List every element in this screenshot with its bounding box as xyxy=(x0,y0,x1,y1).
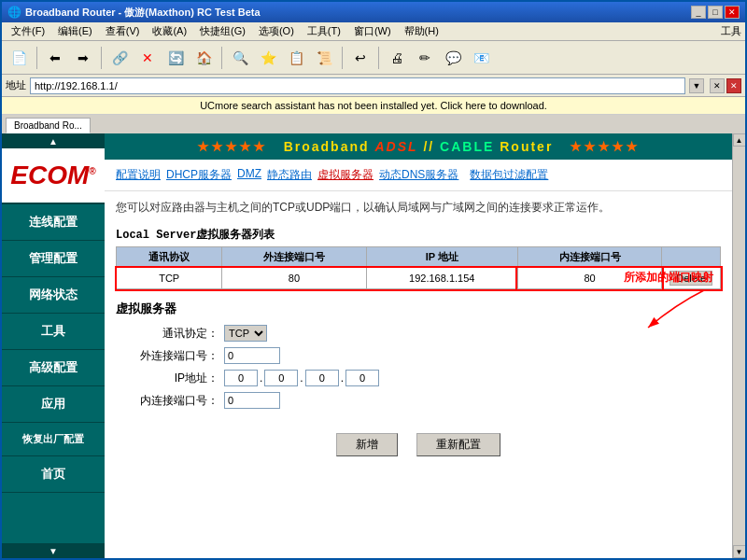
toolbar-back2[interactable]: ↩ xyxy=(347,45,374,71)
toolbar-history[interactable]: 📜 xyxy=(311,45,337,71)
toolbar-media[interactable]: 📋 xyxy=(283,45,309,71)
inner-port-label: 内连接端口号： xyxy=(116,393,218,409)
menu-file[interactable]: 文件(F) xyxy=(6,23,50,39)
header-brand-router: Router xyxy=(500,139,558,154)
breadcrumb-config[interactable]: 配置说明 xyxy=(116,167,161,183)
outer-port-label: 外连接端口号： xyxy=(116,348,218,364)
sidebar-item-advanced[interactable]: 高级配置 xyxy=(2,350,105,386)
sidebar-scroll-up[interactable]: ▲ xyxy=(2,133,105,148)
breadcrumb-dmz[interactable]: DMZ xyxy=(237,167,261,183)
right-scrollbar[interactable]: ▲ ▼ xyxy=(732,133,745,558)
tab-bar: Broadband Ro... xyxy=(2,115,745,133)
address-x-button[interactable]: ✕ xyxy=(710,78,725,93)
title-bar: 🌐 Broadband Router - 傲游(Maxthon) RC Test… xyxy=(2,2,745,22)
minimize-button[interactable]: _ xyxy=(691,6,706,19)
main-content: ★★★★★ Broadband ADSL // CABLE Router ★★★… xyxy=(105,133,732,558)
ip-octet-2[interactable] xyxy=(264,370,298,386)
toolbar-separator-1 xyxy=(36,47,37,69)
toolbar-print[interactable]: 🖨 xyxy=(384,45,410,71)
toolbar-new[interactable]: 📄 xyxy=(6,45,32,71)
scroll-down-button[interactable]: ▼ xyxy=(733,545,746,558)
cell-outer-port: 80 xyxy=(222,268,366,289)
address-go-icon[interactable]: ▼ xyxy=(689,78,704,93)
server-table-section: Local Server虚拟服务器列表 通讯协议 外连接端口号 IP 地址 内连… xyxy=(105,223,732,293)
ip-dot-1: . xyxy=(260,371,262,385)
toolbar-mail[interactable]: 📧 xyxy=(468,45,494,71)
toolbar-home[interactable]: 🏠 xyxy=(190,45,217,71)
menu-help[interactable]: 帮助(H) xyxy=(399,23,444,39)
menu-favorites[interactable]: 收藏(A) xyxy=(147,23,192,39)
toolbar-search[interactable]: 🔍 xyxy=(227,45,253,71)
maximize-button[interactable]: □ xyxy=(708,6,723,19)
breadcrumb-dhcp[interactable]: DHCP服务器 xyxy=(166,167,232,183)
menu-window[interactable]: 窗口(W) xyxy=(348,23,397,39)
toolbar-discuss[interactable]: 💬 xyxy=(440,45,466,71)
info-bar-text: UCmore search assistant has not been ins… xyxy=(200,100,547,111)
sidebar-scroll-down[interactable]: ▼ xyxy=(2,543,105,558)
breadcrumb-filter[interactable]: 数据包过滤配置 xyxy=(470,167,548,183)
page-header: ★★★★★ Broadband ADSL // CABLE Router ★★★… xyxy=(105,133,732,160)
info-bar[interactable]: UCmore search assistant has not been ins… xyxy=(2,97,745,115)
ip-octet-3[interactable] xyxy=(305,370,339,386)
menu-view[interactable]: 查看(V) xyxy=(100,23,146,39)
breadcrumb-virtual[interactable]: 虚拟服务器 xyxy=(317,167,374,183)
add-button[interactable]: 新增 xyxy=(336,433,398,456)
brand-logo: ECOM® xyxy=(10,161,95,190)
outer-port-input[interactable] xyxy=(224,347,280,364)
scroll-up-button[interactable]: ▲ xyxy=(733,133,746,147)
sidebar-item-restore[interactable]: 恢复出厂配置 xyxy=(2,423,105,456)
description-text: 您可以对应路由器与主机之间的TCP或UDP端口，以确认局域网与广域网之间的连接要… xyxy=(105,191,732,223)
form-row-ip: IP地址： . . . xyxy=(116,370,721,386)
form-row-outer-port: 外连接端口号： xyxy=(116,347,721,364)
header-brand-cable: CABLE xyxy=(440,139,494,154)
toolbar-navigate[interactable]: 🔗 xyxy=(106,45,133,71)
tab-label: Broadband Ro... xyxy=(14,120,82,131)
browser-window: 🌐 Broadband Router - 傲游(Maxthon) RC Test… xyxy=(0,0,747,560)
menu-options[interactable]: 选项(O) xyxy=(253,23,300,39)
breadcrumb-ddns[interactable]: 动态DNS服务器 xyxy=(379,167,458,183)
col-action xyxy=(662,247,721,268)
col-ip: IP 地址 xyxy=(366,247,517,268)
header-brand-slash: // xyxy=(423,139,440,154)
breadcrumb: 配置说明 DHCP服务器 DMZ 静态路由 虚拟服务器 动态DNS服务器 数据包… xyxy=(105,160,732,191)
address-bar: 地址 ▼ ✕ ✕ xyxy=(2,75,745,97)
header-brand-broadband: Broadband xyxy=(284,139,375,154)
cell-ip: 192.168.1.154 xyxy=(366,268,517,289)
button-row: 新增 重新配置 xyxy=(105,426,732,464)
toolbar-forward[interactable]: ➡ xyxy=(70,45,96,71)
window-icon: 🌐 xyxy=(7,6,21,19)
sidebar-item-tools[interactable]: 工具 xyxy=(2,314,105,350)
ip-octet-1[interactable] xyxy=(224,370,258,386)
window-title: Broadband Router - 傲游(Maxthon) RC Test B… xyxy=(25,6,261,20)
toolbar-separator-2 xyxy=(101,47,102,69)
sidebar-item-apps[interactable]: 应用 xyxy=(2,386,105,423)
content-area: ▲ ECOM® 连线配置 管理配置 网络状态 工具 高级配置 xyxy=(2,133,745,558)
toolbar-back[interactable]: ⬅ xyxy=(42,45,68,71)
toolbar-stop[interactable]: ✕ xyxy=(134,45,161,71)
sidebar: ▲ ECOM® 连线配置 管理配置 网络状态 工具 高级配置 xyxy=(2,133,105,558)
form-row-inner-port: 内连接端口号： xyxy=(116,392,721,409)
toolbar-label: 工具 xyxy=(721,24,741,38)
protocol-select[interactable]: TCP UDP xyxy=(224,325,267,342)
sidebar-item-network[interactable]: 网络状态 xyxy=(2,277,105,314)
ip-input-group: . . . xyxy=(224,370,379,386)
menu-bar: 文件(F) 编辑(E) 查看(V) 收藏(A) 快捷组(G) 选项(O) 工具(… xyxy=(2,22,745,41)
menu-edit[interactable]: 编辑(E) xyxy=(52,23,98,39)
sidebar-item-connection[interactable]: 连线配置 xyxy=(2,204,105,241)
address-close-button[interactable]: ✕ xyxy=(726,78,741,93)
ip-octet-4[interactable] xyxy=(345,370,379,386)
brand-registered: ® xyxy=(89,166,95,176)
inner-port-input[interactable] xyxy=(224,392,280,409)
sidebar-item-home[interactable]: 首页 xyxy=(2,456,105,493)
close-button[interactable]: ✕ xyxy=(725,6,740,19)
menu-tools[interactable]: 工具(T) xyxy=(302,23,346,39)
toolbar-refresh[interactable]: 🔄 xyxy=(162,45,189,71)
sidebar-item-management[interactable]: 管理配置 xyxy=(2,241,105,277)
toolbar-favorites[interactable]: ⭐ xyxy=(255,45,281,71)
toolbar-edit[interactable]: ✏ xyxy=(412,45,438,71)
reset-button[interactable]: 重新配置 xyxy=(416,433,500,456)
tab-main[interactable]: Broadband Ro... xyxy=(6,118,91,133)
address-input[interactable] xyxy=(30,77,685,94)
breadcrumb-static[interactable]: 静态路由 xyxy=(267,167,312,183)
menu-quickgroup[interactable]: 快捷组(G) xyxy=(194,23,251,39)
